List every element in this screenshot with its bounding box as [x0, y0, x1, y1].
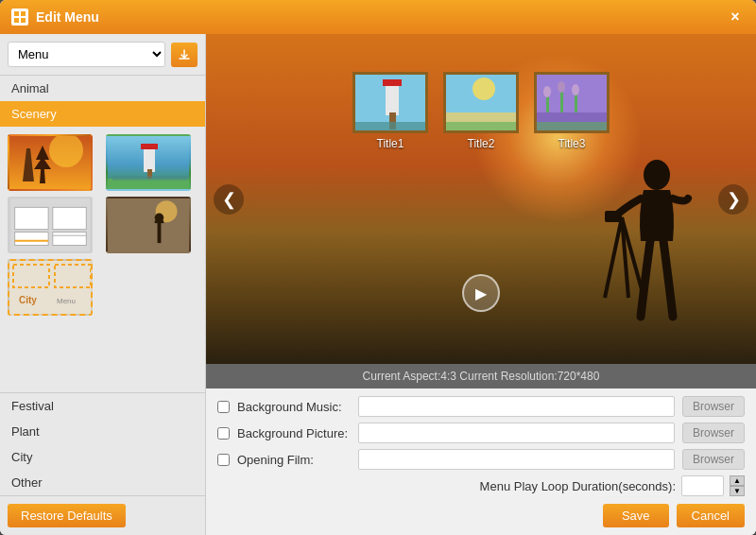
title-bar: Edit Menu ×: [0, 0, 756, 34]
preview-img-2: [443, 72, 519, 133]
category-animal[interactable]: Animal: [0, 76, 205, 101]
status-bar: Current Aspect:4:3 Current Resolution:72…: [206, 364, 756, 388]
preview-thumb-3: Title3: [534, 72, 610, 150]
preview-thumb-2: Title2: [443, 72, 519, 150]
bg-music-browser-button[interactable]: Browser: [682, 396, 745, 417]
bg-music-input[interactable]: [358, 396, 675, 417]
opening-film-browser-button[interactable]: Browser: [682, 449, 745, 470]
svg-point-32: [644, 160, 670, 190]
categories-list: Animal Scenery: [0, 76, 205, 127]
svg-text:City: City: [19, 295, 37, 305]
svg-rect-17: [53, 207, 86, 229]
loop-row: Menu Play Loop Duration(seconds): 30 ▲ ▼: [217, 475, 745, 496]
bg-picture-label: Background Picture:: [237, 426, 351, 440]
right-panel: ❮ ❯ Title: [206, 34, 756, 535]
bg-picture-row: Background Picture: Browser: [217, 423, 745, 443]
main-content: Menu Animal Scenery: [0, 34, 756, 535]
cancel-button[interactable]: Cancel: [677, 504, 745, 527]
category-scenery[interactable]: Scenery: [0, 101, 205, 127]
bg-music-row: Background Music: Browser: [217, 396, 745, 417]
preview-label-3: Title3: [558, 137, 586, 150]
svg-rect-18: [15, 232, 48, 245]
opening-film-row: Opening Film: Browser: [217, 449, 745, 470]
save-button[interactable]: Save: [603, 504, 669, 527]
preview-area: ❮ ❯ Title: [206, 34, 756, 364]
download-button[interactable]: [171, 43, 198, 67]
list-item-other[interactable]: Other: [0, 470, 205, 495]
opening-film-label: Opening Film:: [237, 453, 351, 467]
thumbnail-1[interactable]: [8, 134, 93, 191]
thumbnail-5[interactable]: City Menu: [8, 259, 93, 316]
svg-rect-14: [112, 176, 188, 181]
bottom-controls: Background Music: Browser Background Pic…: [206, 388, 756, 535]
loop-spinner: ▲ ▼: [730, 475, 745, 496]
status-text: Current Aspect:4:3 Current Resolution:72…: [363, 370, 600, 383]
thumbnails-area: City Menu: [0, 127, 205, 392]
nav-right-button[interactable]: ❯: [718, 184, 748, 215]
svg-rect-24: [157, 220, 161, 243]
dropdown-row: Menu: [0, 34, 205, 76]
dialog-title: Edit Menu: [36, 9, 99, 25]
nav-left-button[interactable]: ❮: [214, 184, 244, 215]
svg-rect-45: [446, 122, 519, 133]
bg-picture-checkbox[interactable]: [217, 427, 230, 440]
thumbnail-3[interactable]: [8, 197, 93, 253]
loop-label: Menu Play Loop Duration(seconds):: [480, 479, 676, 493]
svg-rect-22: [108, 198, 189, 251]
bg-music-checkbox[interactable]: [217, 401, 230, 413]
svg-point-53: [558, 81, 565, 93]
preview-img-1: [352, 72, 428, 133]
svg-point-26: [154, 214, 163, 223]
list-item-festival[interactable]: Festival: [0, 393, 205, 419]
left-panel: Menu Animal Scenery: [0, 34, 206, 535]
play-button[interactable]: ▶: [462, 274, 500, 312]
bg-picture-browser-button[interactable]: Browser: [682, 423, 745, 443]
thumbnail-4[interactable]: [106, 197, 191, 253]
loop-duration-input[interactable]: 30: [681, 475, 724, 496]
bottom-category-list: Festival Plant City Other: [0, 392, 205, 495]
svg-line-34: [605, 217, 622, 298]
action-buttons-row: Save Cancel: [217, 502, 745, 527]
preview-thumbnails: Title1 Title2: [352, 72, 610, 150]
person-silhouette: [576, 147, 699, 345]
loop-decrement-button[interactable]: ▼: [730, 486, 745, 496]
close-button[interactable]: ×: [726, 8, 745, 26]
svg-text:Menu: Menu: [57, 297, 76, 305]
preview-label-1: Title1: [377, 137, 404, 150]
thumbnail-2[interactable]: [106, 134, 191, 191]
svg-rect-19: [53, 232, 86, 245]
bg-music-label: Background Music:: [237, 400, 351, 414]
svg-point-43: [472, 78, 495, 100]
svg-rect-41: [355, 122, 428, 133]
opening-film-checkbox[interactable]: [217, 454, 230, 466]
svg-point-54: [572, 84, 579, 95]
svg-rect-11: [141, 144, 158, 149]
svg-rect-39: [383, 79, 402, 86]
svg-rect-0: [14, 11, 19, 16]
preview-img-3: [534, 72, 610, 133]
restore-button-area: Restore Defaults: [0, 495, 205, 535]
svg-rect-1: [21, 11, 26, 16]
svg-rect-48: [537, 122, 610, 133]
menu-dropdown[interactable]: Menu: [8, 42, 165, 67]
opening-film-input[interactable]: [358, 449, 675, 470]
preview-label-2: Title2: [468, 137, 495, 150]
preview-thumb-1: Title1: [352, 72, 428, 150]
dialog-icon: [11, 9, 28, 26]
svg-rect-16: [15, 207, 48, 229]
restore-defaults-button[interactable]: Restore Defaults: [8, 504, 126, 527]
loop-increment-button[interactable]: ▲: [730, 475, 745, 486]
list-item-plant[interactable]: Plant: [0, 419, 205, 444]
svg-rect-2: [14, 18, 19, 23]
list-item-city[interactable]: City: [0, 444, 205, 470]
svg-point-52: [543, 86, 551, 97]
edit-menu-dialog: Edit Menu × Menu Animal Scenery: [0, 0, 756, 535]
svg-rect-3: [21, 18, 26, 23]
bg-picture-input[interactable]: [358, 423, 675, 443]
title-bar-left: Edit Menu: [11, 9, 99, 26]
